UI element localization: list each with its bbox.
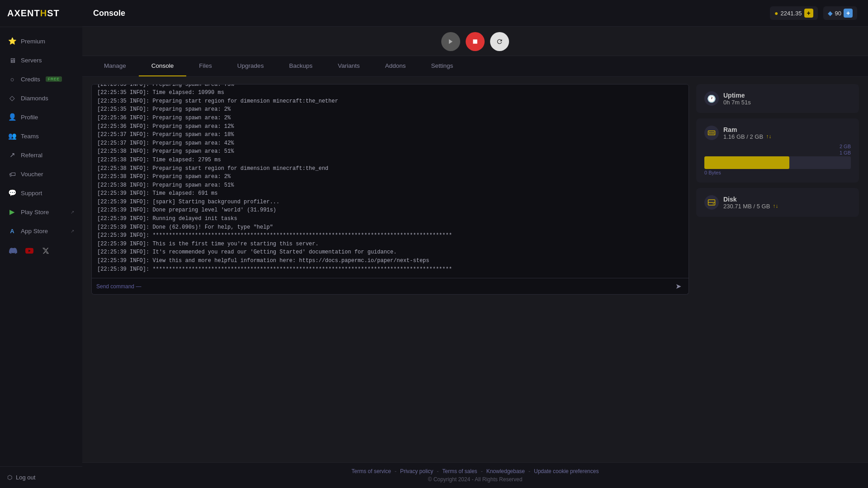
console-line: [22:25:37 INFO]: Preparing spawn area: 4…: [97, 139, 683, 148]
svg-marker-0: [449, 39, 453, 44]
ram-bar-mid: 1 GB: [840, 150, 851, 155]
sidebar-item-play-store[interactable]: ▶ Play Store ↗: [0, 202, 82, 221]
tab-console[interactable]: Console: [139, 56, 187, 76]
console-input-label: Send command —: [96, 283, 141, 290]
tab-upgrades[interactable]: Upgrades: [225, 56, 277, 76]
teams-icon: 👥: [8, 132, 16, 140]
footer-copyright: © Copyright 2024 - All Rights Reserved: [91, 476, 859, 483]
console-input-area: Send command — ➤: [91, 278, 689, 295]
stop-button[interactable]: [466, 32, 485, 51]
free-badge: FREE: [46, 76, 62, 82]
server-controls: [82, 27, 868, 56]
sidebar-item-diamonds[interactable]: ◇ Diamonds: [0, 89, 82, 108]
tab-backups[interactable]: Backups: [276, 56, 325, 76]
sidebar-item-credits[interactable]: ○ Credits FREE: [0, 70, 82, 89]
console-line: [22:25:36 INFO]: Preparing spawn area: 2…: [97, 114, 683, 122]
logo: AXENTH​ST: [0, 0, 82, 27]
console-line: [22:25:39 INFO]: It's recommended you re…: [97, 248, 683, 257]
sidebar-nav: ⭐ Premium 🖥 Servers ○ Credits FREE ◇ Dia…: [0, 27, 82, 466]
sidebar-item-servers[interactable]: 🖥 Servers: [0, 51, 82, 70]
diamonds-value: 90: [835, 10, 841, 17]
disk-icon: [704, 195, 719, 210]
console-line: [22:25:39 INFO]: Time elapsed: 691 ms: [97, 189, 683, 198]
ram-bar-max: 2 GB: [840, 144, 851, 149]
sidebar-item-referral[interactable]: ↗ Referral: [0, 145, 82, 164]
tab-settings[interactable]: Settings: [419, 56, 466, 76]
send-command-button[interactable]: ➤: [673, 281, 684, 291]
profile-icon: 👤: [8, 113, 16, 121]
disk-arrows: ↑↓: [773, 203, 778, 209]
tab-files[interactable]: Files: [186, 56, 225, 76]
sidebar-item-teams[interactable]: 👥 Teams: [0, 127, 82, 145]
disk-header: Disk 230.71 MB / 5 GB ↑↓: [704, 195, 851, 210]
console-line: [22:25:37 INFO]: Preparing spawn area: 1…: [97, 131, 683, 139]
play-store-icon: ▶: [8, 208, 16, 216]
referral-icon: ↗: [8, 151, 16, 159]
sidebar-item-voucher[interactable]: 🏷 Voucher: [0, 164, 82, 183]
credits-icon: ○: [8, 75, 16, 83]
footer-link-terms-sales[interactable]: Terms of sales: [442, 468, 477, 474]
ram-arrows: ↑↓: [766, 133, 771, 140]
console-output[interactable]: [22:25:32 INFO]: Preparing spawn area: 2…: [91, 84, 689, 278]
console-stats-area: [22:25:32 INFO]: Preparing spawn area: 2…: [82, 77, 868, 462]
disk-title: Disk: [723, 196, 778, 203]
add-diamonds-button[interactable]: +: [844, 9, 853, 18]
footer-link-kb[interactable]: Knowledgebase: [486, 468, 525, 474]
footer-link-cookies[interactable]: Update cookie preferences: [534, 468, 599, 474]
voucher-icon: 🏷: [8, 170, 16, 178]
console-line: [22:25:38 INFO]: Preparing spawn area: 5…: [97, 147, 683, 156]
console-line: [22:25:39 INFO]: Done preparing level 'w…: [97, 206, 683, 215]
ram-bar-container: 2 GB 1 GB 0 Bytes: [704, 144, 851, 175]
console-line: [22:25:39 INFO]: ***********************…: [97, 231, 683, 240]
console-line: [22:25:39 INFO]: ***********************…: [97, 265, 683, 274]
footer-link-privacy[interactable]: Privacy policy: [400, 468, 433, 474]
footer-links: Terms of service - Privacy policy - Term…: [91, 468, 859, 474]
ram-value: 1.16 GB / 2 GB ↑↓: [723, 133, 771, 140]
console-line: [22:25:35 INFO]: Time elapsed: 10990 ms: [97, 89, 683, 97]
uptime-title: Uptime: [723, 92, 751, 99]
footer: Terms of service - Privacy policy - Term…: [82, 462, 868, 488]
sidebar-item-label: Profile: [21, 114, 38, 121]
uptime-card: 🕐 Uptime 0h 7m 51s: [696, 84, 859, 113]
ram-header: Ram 1.16 GB / 2 GB ↑↓: [704, 126, 851, 140]
console-line: [22:25:38 INFO]: Preparing start region …: [97, 164, 683, 173]
top-header: Console ● 2241.35 + ◆ 90 +: [82, 0, 868, 27]
console-line: [22:25:39 INFO]: This is the first time …: [97, 240, 683, 249]
tab-manage[interactable]: Manage: [91, 56, 139, 76]
console-line: [22:25:38 INFO]: Time elapsed: 2795 ms: [97, 156, 683, 164]
footer-link-tos[interactable]: Terms of service: [352, 468, 391, 474]
sidebar-item-premium[interactable]: ⭐ Premium: [0, 32, 82, 51]
uptime-value: 0h 7m 51s: [723, 99, 751, 106]
sidebar-item-label: Play Store: [21, 209, 49, 216]
logout-button[interactable]: ⬡ Log out: [7, 474, 75, 481]
twitter-icon[interactable]: [41, 246, 51, 256]
svg-rect-3: [709, 132, 710, 134]
console-line: [22:25:38 INFO]: Preparing spawn area: 2…: [97, 173, 683, 181]
sidebar-item-support[interactable]: 💬 Support: [0, 183, 82, 202]
credits-display: ● 2241.35 +: [770, 6, 817, 20]
add-credits-button[interactable]: +: [804, 9, 813, 18]
sidebar-item-app-store[interactable]: A App Store ↗: [0, 221, 82, 240]
external-icon: ↗: [71, 210, 74, 215]
stats-panel: 🕐 Uptime 0h 7m 51s Ram: [696, 84, 859, 455]
youtube-icon[interactable]: [24, 246, 34, 256]
discord-icon[interactable]: [8, 246, 18, 256]
diamonds-display: ◆ 90 +: [823, 6, 857, 20]
restart-button[interactable]: [490, 32, 509, 51]
start-button[interactable]: [441, 32, 460, 51]
sidebar-item-label: Credits: [21, 76, 40, 83]
diamonds-icon: ◇: [8, 94, 16, 102]
console-line: [22:25:38 INFO]: Preparing spawn area: 5…: [97, 181, 683, 190]
uptime-icon: 🕐: [704, 91, 719, 106]
console-input[interactable]: [145, 283, 673, 290]
credits-value: 2241.35: [781, 10, 802, 17]
tab-addons[interactable]: Addons: [373, 56, 419, 76]
ram-icon: [704, 126, 719, 140]
coin-icon: ●: [774, 9, 778, 17]
logout-icon: ⬡: [7, 474, 12, 481]
sidebar-item-label: Premium: [21, 38, 45, 45]
tab-variants[interactable]: Variants: [325, 56, 373, 76]
ram-bar-fill: [704, 156, 789, 169]
sidebar-item-label: App Store: [21, 228, 48, 235]
sidebar-item-profile[interactable]: 👤 Profile: [0, 108, 82, 127]
